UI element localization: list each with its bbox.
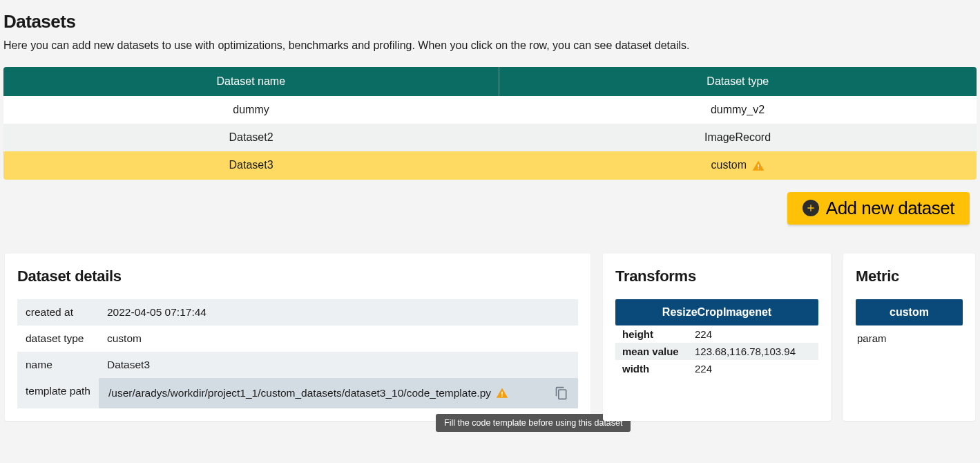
details-value: 2022-04-05 07:17:44 xyxy=(99,299,578,325)
page-description: Here you can add new datasets to use wit… xyxy=(3,39,977,52)
cell-dataset-type: ImageRecord xyxy=(499,124,977,151)
svg-rect-1 xyxy=(758,168,759,169)
details-row: created at2022-04-05 07:17:44 xyxy=(17,299,578,325)
metric-name: custom xyxy=(856,299,963,325)
plus-circle-icon xyxy=(803,200,819,216)
transform-param-key: height xyxy=(615,325,688,343)
svg-rect-0 xyxy=(758,164,759,168)
details-row: nameDataset3 xyxy=(17,352,578,378)
template-path-value: /user/aradys/workdir/project1_1/custom_d… xyxy=(108,387,491,399)
copy-icon[interactable] xyxy=(555,386,568,400)
add-new-dataset-button[interactable]: Add new dataset xyxy=(787,192,970,225)
transform-param-key: width xyxy=(615,360,688,377)
dataset-details-panel: Dataset details created at2022-04-05 07:… xyxy=(5,254,590,421)
details-key: created at xyxy=(17,299,99,325)
transform-param-row: mean value123.68,116.78,103.94 xyxy=(615,343,818,360)
add-button-label: Add new dataset xyxy=(826,198,954,219)
template-path-cell: /user/aradys/workdir/project1_1/custom_d… xyxy=(99,378,578,408)
transform-param-row: height224 xyxy=(615,325,818,343)
page-title: Datasets xyxy=(3,11,977,32)
svg-rect-2 xyxy=(501,392,503,395)
svg-rect-3 xyxy=(501,395,503,397)
cell-dataset-type: custom xyxy=(499,151,977,180)
transform-param-key: mean value xyxy=(615,343,688,360)
details-title: Dataset details xyxy=(17,267,578,285)
cell-dataset-name: Dataset3 xyxy=(3,151,499,180)
metric-panel: Metric custom param xyxy=(843,254,975,421)
cell-dataset-name: dummy xyxy=(3,96,499,124)
transforms-panel: Transforms ResizeCropImagenet height224m… xyxy=(603,254,831,421)
transform-name: ResizeCropImagenet xyxy=(615,299,818,325)
transform-param-value: 123.68,116.78,103.94 xyxy=(688,343,818,360)
details-value: custom xyxy=(99,325,578,352)
details-row: dataset typecustom xyxy=(17,325,578,352)
datasets-table: Dataset name Dataset type dummydummy_v2D… xyxy=(3,67,977,180)
cell-dataset-name: Dataset2 xyxy=(3,124,499,151)
table-row[interactable]: Dataset2ImageRecord xyxy=(3,124,977,151)
cell-dataset-type: dummy_v2 xyxy=(499,96,977,124)
transform-param-value: 224 xyxy=(688,325,818,343)
details-key: name xyxy=(17,352,99,378)
table-row[interactable]: dummydummy_v2 xyxy=(3,96,977,124)
transforms-title: Transforms xyxy=(615,267,818,285)
table-row[interactable]: Dataset3custom xyxy=(3,151,977,180)
template-tooltip: Fill the code template before using this… xyxy=(436,414,631,432)
details-key: dataset type xyxy=(17,325,99,352)
metric-title: Metric xyxy=(856,267,963,285)
transform-param-value: 224 xyxy=(688,360,818,377)
col-dataset-name: Dataset name xyxy=(3,67,499,96)
warning-icon xyxy=(752,160,765,172)
details-value: Dataset3 xyxy=(99,352,578,378)
template-path-label: template path xyxy=(17,378,99,408)
metric-param-label: param xyxy=(856,325,963,344)
warning-icon xyxy=(496,387,508,399)
col-dataset-type: Dataset type xyxy=(499,67,977,96)
transform-param-row: width224 xyxy=(615,360,818,377)
